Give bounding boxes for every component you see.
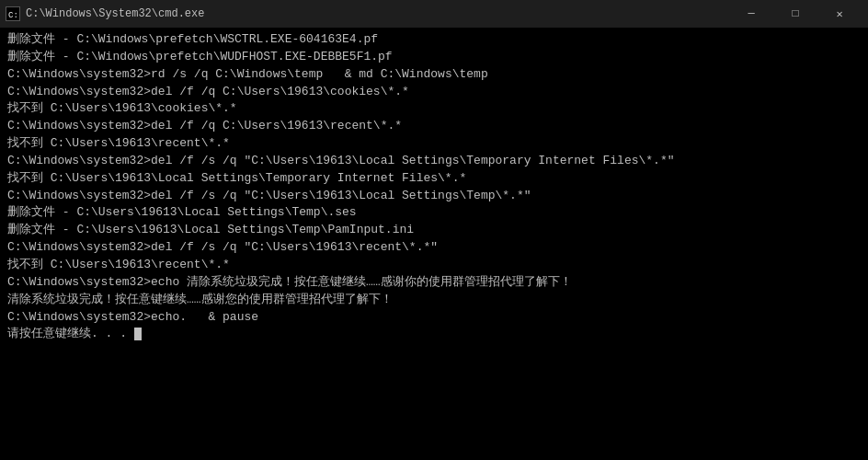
- terminal-line: 请按任意键继续. . .: [7, 326, 861, 343]
- terminal-line: 删除文件 - C:\Windows\prefetch\WUDFHOST.EXE-…: [7, 49, 861, 66]
- terminal-line: 找不到 C:\Users\19613\cookies\*.*: [7, 100, 861, 118]
- terminal-line: 找不到 C:\Users\19613\recent\*.*: [7, 135, 861, 153]
- terminal-line: C:\Windows\system32>del /f /s /q "C:\Use…: [7, 239, 861, 257]
- terminal-line: C:\Windows\system32>echo. & pause: [7, 309, 861, 327]
- terminal-line: 清除系统垃圾完成！按任意键继续……感谢您的使用群管理招代理了解下！: [7, 292, 861, 309]
- window-controls: ─ □ ✕: [730, 0, 861, 28]
- titlebar: C:\ C:\Windows\System32\cmd.exe ─ □ ✕: [0, 0, 868, 28]
- terminal-output: 删除文件 - C:\Windows\prefetch\WSCTRL.EXE-60…: [0, 28, 868, 460]
- terminal-line: 删除文件 - C:\Users\19613\Local Settings\Tem…: [7, 204, 861, 222]
- terminal-line: C:\Windows\system32>del /f /q C:\Users\1…: [7, 84, 861, 101]
- terminal-line: 找不到 C:\Users\19613\Local Settings\Tempor…: [7, 170, 861, 188]
- terminal-line: 找不到 C:\Users\19613\recent\*.*: [7, 257, 861, 274]
- terminal-line: C:\Windows\system32>rd /s /q C:\Windows\…: [7, 66, 861, 84]
- terminal-line: C:\Windows\system32>echo 清除系统垃圾完成！按任意键继续…: [7, 274, 861, 292]
- terminal-line: C:\Windows\system32>del /f /q C:\Users\1…: [7, 118, 861, 135]
- minimize-button[interactable]: ─: [730, 0, 772, 28]
- close-button[interactable]: ✕: [818, 0, 861, 28]
- terminal-line: 删除文件 - C:\Users\19613\Local Settings\Tem…: [7, 222, 861, 239]
- titlebar-left: C:\ C:\Windows\System32\cmd.exe: [6, 6, 204, 21]
- cmd-icon: C:\: [6, 6, 20, 21]
- svg-text:C:\: C:\: [8, 11, 18, 19]
- maximize-button[interactable]: □: [774, 0, 817, 28]
- terminal-cursor: [134, 328, 142, 340]
- terminal-line: C:\Windows\system32>del /f /s /q "C:\Use…: [7, 153, 861, 170]
- titlebar-title: C:\Windows\System32\cmd.exe: [26, 7, 204, 20]
- terminal-line: C:\Windows\system32>del /f /s /q "C:\Use…: [7, 188, 861, 205]
- terminal-line: 删除文件 - C:\Windows\prefetch\WSCTRL.EXE-60…: [7, 31, 861, 49]
